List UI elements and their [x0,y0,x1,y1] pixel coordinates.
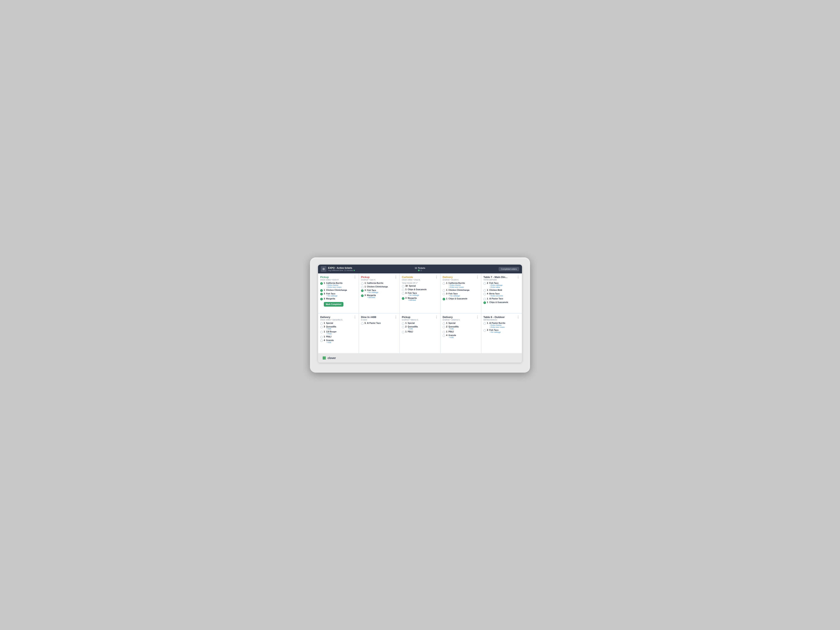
item-checkbox[interactable] [402,289,404,291]
item-name: Chicken Chimichanga [448,289,469,291]
item-checkbox[interactable] [320,322,323,325]
item-name-row: 3 Fish Taco [406,292,419,294]
item-name-row: 1 Chips & Guacamole [446,298,467,300]
item-checkbox[interactable] [483,329,486,332]
item-checkbox[interactable] [443,331,445,333]
card-menu-button[interactable]: ⋮ [354,316,357,319]
card-subtitle: Clover online • Kevin P. [320,279,339,281]
screen: ⚙ EXPO - Active tickets Avg fulfillment … [318,265,522,363]
item-checkbox[interactable] [443,335,445,337]
order-card-col7: Dine In #499In-store⋮5 Al Pastor Taco [359,313,399,354]
order-item: 1 California Burrito [361,282,397,285]
item-qty: 3 [487,329,489,331]
card-menu-button[interactable]: ⋮ [354,276,357,279]
card-title: Pickup [320,276,339,279]
order-item: ✓1 Chips & Guacamole [483,301,520,304]
item-checkbox[interactable] [443,326,445,328]
card-title-block: Dine In #499In-store [361,316,376,321]
item-checkbox[interactable]: ✓ [320,282,323,285]
item-qty: 1 [446,289,448,291]
item-qty: 1 [406,288,407,291]
item-checkbox[interactable] [443,322,445,325]
item-checkbox[interactable] [320,331,323,333]
item-name: Al Pastor Burrito [489,322,505,324]
item-checkbox[interactable] [361,286,363,288]
order-item: ✓1 Chicken Chimichanga [320,289,357,292]
item-name: Special [407,322,415,324]
item-checkbox[interactable]: ✓ [361,289,363,292]
item-checkbox[interactable]: ✓ [320,298,323,300]
item-body: 1 California Burrito [365,282,384,284]
settings-icon[interactable]: ⚙ [321,266,327,272]
item-checkbox[interactable]: ✓ [320,293,323,295]
item-checkbox[interactable] [443,282,445,285]
item-checkbox[interactable] [402,285,404,287]
item-checkbox[interactable] [483,322,486,325]
item-checkbox[interactable]: ✓ [443,298,445,300]
item-body: 1 116 BurgerFries [324,331,336,335]
card-header: DeliveryClover online • Samantha G.⋮ [320,316,357,321]
item-body: 3 MargaritaBlended [365,294,376,298]
item-body: 1 California BurritoExtra cheeseExtra so… [446,282,465,288]
item-checkbox[interactable] [361,322,363,325]
card-menu-button[interactable]: ⋮ [435,276,438,279]
card-menu-button[interactable]: ⋮ [394,316,397,319]
item-checkbox[interactable] [483,282,486,285]
item-checkbox[interactable]: ✓ [402,297,404,300]
order-item: ✓3 MargaritaBlended [361,294,397,298]
card-header: PickupClover online • Kevin P.⋮ [320,276,357,281]
item-name-row: 3 Fish Taco [446,293,460,295]
header-left: ⚙ EXPO - Active tickets Avg fulfillment … [321,266,385,272]
item-checkbox[interactable] [320,339,323,342]
order-item: 1 Al Pastor Taco [483,298,520,300]
item-qty: 1 [324,336,325,338]
item-name: Quesadilla [326,325,336,328]
item-name: Fish Taco [489,282,498,284]
item-modifier: Blended [367,297,376,298]
card-menu-button[interactable]: ⋮ [394,276,397,279]
card-menu-button[interactable]: ⋮ [476,316,479,319]
item-body: 3 Fish TacoNo cabbage [446,293,460,297]
item-qty: 1 [446,322,448,324]
item-modifier: Kids [449,336,456,338]
item-checkbox[interactable] [483,289,486,292]
card-subtitle: In-store [361,319,376,321]
item-body: 2 QuesadillaKids [446,325,459,330]
order-item: 3 Fish TacoNo cabbage [402,292,438,296]
item-checkbox[interactable] [320,336,323,338]
status-dot [354,270,355,271]
item-name-row: 1 PB&J [324,336,332,338]
item-checkbox[interactable] [443,289,445,292]
item-qty: 1 [487,301,489,303]
order-card-col2: PickupGrubhub • Cam H.⋮1 California Burr… [359,273,399,313]
item-body: 1 PB&J [406,331,413,333]
card-menu-button[interactable]: ⋮ [516,316,520,319]
item-checkbox[interactable] [443,293,445,295]
order-item: 2 QuesadillaKids [402,325,438,330]
item-modifier: No cabbage [327,295,337,297]
order-item: 1 PB&J [443,331,479,333]
mark-completed-button[interactable]: Mark Completed [324,302,343,306]
item-checkbox[interactable]: ✓ [320,289,323,292]
completed-orders-button[interactable]: Completed orders [499,267,519,271]
item-checkbox[interactable] [320,326,323,328]
item-checkbox[interactable]: ✓ [361,294,363,297]
item-checkbox[interactable] [402,331,404,333]
item-checkbox[interactable] [361,282,363,285]
item-checkbox[interactable] [483,298,486,300]
item-checkbox[interactable]: ✓ [483,302,486,304]
item-body: 3 MargaritaBlended [406,297,417,301]
item-qty: 3 [365,294,366,297]
item-checkbox[interactable] [402,292,404,295]
header-center: 11 Tickets [388,267,452,271]
card-menu-button[interactable]: ⋮ [516,276,520,279]
card-title-block: PickupGrubhub • Cam H. [361,276,376,281]
order-card-col9: DeliveryGrubhub • Julianna S.⋮1 Special2… [441,313,481,354]
item-checkbox[interactable] [402,326,404,328]
item-checkbox[interactable] [402,322,404,325]
item-name-row: 1 PB&J [406,331,413,333]
card-menu-button[interactable]: ⋮ [476,276,479,279]
clover-icon [322,356,327,360]
card-menu-button[interactable]: ⋮ [435,316,438,319]
item-checkbox[interactable] [483,293,486,295]
